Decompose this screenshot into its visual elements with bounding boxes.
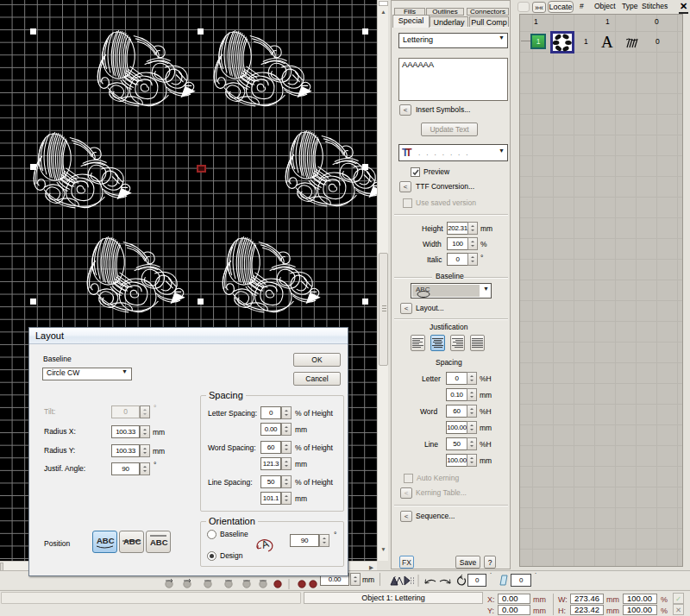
svg-text:ABC: ABC: [97, 536, 115, 545]
svg-text:ABC: ABC: [150, 537, 168, 547]
